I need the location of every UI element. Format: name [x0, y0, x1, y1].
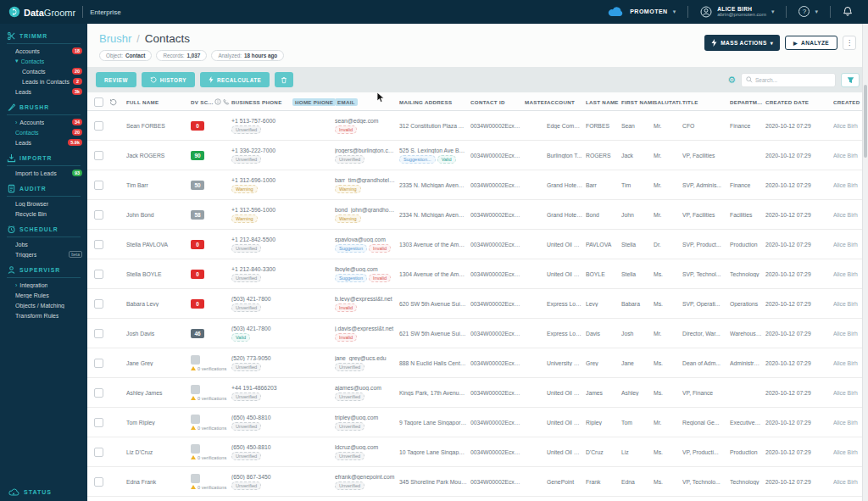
sidebar-item-leads[interactable]: Leads5.9k — [0, 137, 87, 148]
value-text: barr_tim@grandhotels... — [335, 177, 396, 183]
table-row[interactable]: Ashley James0 verifications+44 191-48662… — [87, 378, 868, 408]
table-row[interactable]: Tim Barr50+1 312-696-1000Warningbarr_tim… — [87, 170, 868, 200]
table-row[interactable]: Josh Davis46(503) 421-7800Validj.davis@e… — [87, 319, 868, 348]
column-header-master[interactable]: MASTER R... — [525, 99, 547, 105]
cell-last-name: Grey — [586, 360, 621, 366]
sidebar-item-import-to-leads[interactable]: Import to Leads93 — [0, 168, 87, 178]
sidebar-item-contacts[interactable]: Contacts20 — [0, 127, 87, 137]
dv-score-empty — [191, 415, 200, 424]
chevron-down-icon[interactable]: ▾ — [673, 8, 676, 15]
column-header-account[interactable]: ACCOUNT — [547, 99, 586, 105]
user-menu[interactable]: ALICE BIRH abrin@promoten.com — [717, 6, 766, 19]
sidebar-item-accounts[interactable]: Accounts18 — [0, 46, 87, 56]
more-options-button[interactable]: ⋮ — [843, 36, 856, 50]
sidebar-item-objects-matching[interactable]: Objects / Matching — [0, 300, 87, 310]
sidebar-item-contacts[interactable]: ▾Contacts — [0, 56, 87, 66]
column-header-created_date[interactable]: CREATED DATE — [765, 99, 833, 105]
gear-icon[interactable]: ⚙ — [727, 75, 736, 85]
sidebar-section-header-auditr[interactable]: AUDITR — [0, 181, 87, 195]
sidebar-item-leads[interactable]: Leads3k — [0, 86, 87, 97]
row-checkbox[interactable] — [94, 210, 103, 220]
delete-button[interactable] — [275, 72, 293, 87]
sidebar-item-triggers[interactable]: Triggersbeta — [0, 249, 87, 259]
row-checkbox[interactable] — [94, 299, 103, 309]
column-header-home_phone[interactable]: HOME PHONE — [292, 98, 335, 106]
sidebar-item-transform-rules[interactable]: Transform Rules — [0, 310, 87, 320]
column-header-first_name[interactable]: FIRST NAME — [621, 99, 654, 105]
sidebar-item-accounts[interactable]: ›Accounts34 — [0, 117, 87, 127]
row-checkbox[interactable] — [94, 418, 103, 427]
bell-icon[interactable] — [843, 6, 853, 17]
select-all-checkbox[interactable] — [94, 97, 103, 107]
column-header-contact_id[interactable]: CONTACT ID — [470, 99, 525, 105]
vertical-scrollbar[interactable] — [862, 24, 868, 501]
column-header-mailing_address[interactable]: MAILING ADDRESS — [399, 99, 470, 105]
table-row[interactable]: Jane Grey0 verifications(520) 773-9050Un… — [87, 348, 868, 378]
sidebar-section-header-importr[interactable]: IMPORTR — [0, 151, 87, 164]
table-row[interactable]: John Bond58+1 312-596-1000Warningbond_jo… — [87, 200, 868, 230]
sidebar-item-recycle-bin[interactable]: Recycle Bin — [0, 209, 87, 219]
table-row[interactable]: Stella PAVLOVA0+1 212-842-5500Unverified… — [87, 230, 868, 259]
column-header-title[interactable]: TITLE — [682, 99, 730, 105]
row-checkbox[interactable] — [94, 329, 103, 338]
sidebar-item-jobs[interactable]: Jobs — [0, 239, 87, 249]
search-input[interactable] — [755, 77, 831, 83]
column-header-history[interactable] — [109, 98, 126, 106]
column-header-last_name[interactable]: LAST NAME — [586, 99, 621, 105]
row-checkbox[interactable] — [94, 240, 103, 249]
sidebar-item-integration[interactable]: ›Integration — [0, 280, 87, 290]
chevron-down-icon[interactable]: ▾ — [771, 8, 775, 15]
column-header-full_name[interactable]: FULL NAME — [126, 99, 191, 105]
top-navbar: DataGroomr Enterprise PROMOTEN ▾ ALICE B… — [0, 0, 868, 24]
divider — [7, 196, 81, 197]
sidebar-section-header-trimmr[interactable]: TRIMMR — [0, 29, 87, 42]
help-icon[interactable]: ? — [798, 6, 810, 17]
row-checkbox[interactable] — [94, 270, 103, 279]
table-row[interactable]: Edna Frank0 verifications(650) 867-3450U… — [87, 467, 868, 497]
column-header-salutation[interactable]: SALUTATI... — [654, 99, 682, 105]
table-row[interactable]: Sean FORBES0+1 513-757-6000Unverifiedsea… — [87, 111, 868, 141]
value-text: 312 Constitution Plaza Austin, TX 780... — [399, 123, 467, 129]
row-checkbox[interactable] — [94, 448, 103, 457]
column-header-business_phone[interactable]: BUSINESS PHONE — [231, 99, 292, 105]
chevron-down-icon[interactable]: ▾ — [815, 8, 818, 15]
org-switcher[interactable]: PROMOTEN — [630, 8, 667, 14]
column-header-dv_score[interactable]: DV SC... — [191, 98, 231, 105]
scrollbar-thumb[interactable] — [864, 85, 867, 158]
table-row[interactable]: Stella BOYLE0+1 212-840-3300Unverifiedlb… — [87, 259, 868, 289]
sidebar-section-header-supervisr[interactable]: SUPERVISR — [0, 263, 87, 276]
recalculate-button[interactable]: RECALCULATE — [200, 72, 270, 87]
row-checkbox[interactable] — [94, 359, 103, 368]
sidebar-item-status[interactable]: STATUS — [0, 487, 87, 496]
row-checkbox[interactable] — [94, 181, 103, 190]
column-header-email[interactable]: EMAIL — [335, 98, 399, 106]
sidebar-item-log-browser[interactable]: Log Browser — [0, 198, 87, 209]
app-logo[interactable]: DataGroomr — [8, 4, 75, 19]
column-header-department[interactable]: DEPARTM... — [730, 99, 765, 105]
row-checkbox[interactable] — [94, 151, 103, 160]
table-row[interactable]: Tom Ripley0 verifications(650) 450-8810U… — [87, 408, 868, 437]
sidebar-section-header-schedulr[interactable]: SCHEDULR — [0, 222, 87, 236]
row-checkbox[interactable] — [94, 388, 103, 398]
value-text: 10 Tagore Lane Singapore, Singapore... — [399, 449, 467, 455]
sidebar-item-contacts[interactable]: Contacts20 — [0, 66, 87, 76]
filter-button[interactable] — [841, 73, 860, 87]
row-checkbox[interactable] — [94, 477, 103, 487]
table-row[interactable]: Jack ROGERS90+1 336-222-7000Unverifiedjr… — [87, 141, 868, 170]
analyze-button[interactable]: ▶ ANALYZE — [785, 36, 837, 50]
sidebar-item-leads-in-contacts[interactable]: Leads in Contacts2 — [0, 76, 87, 86]
breadcrumb-module[interactable]: Brushr — [99, 32, 131, 45]
history-button[interactable]: HISTORY — [142, 72, 195, 87]
row-checkbox[interactable] — [94, 121, 103, 131]
sidebar-section-header-brushr[interactable]: BRUSHR — [0, 100, 87, 114]
table-row[interactable]: Babara Levy0(503) 421-7800Unverifiedb.le… — [87, 289, 868, 319]
table-row[interactable]: Liz D'Cruz0 verifications(650) 450-8810U… — [87, 437, 868, 467]
sidebar-item-merge-rules[interactable]: Merge Rules — [0, 290, 87, 300]
review-button[interactable]: REVIEW — [96, 72, 136, 87]
column-label: SALUTATI... — [654, 99, 682, 105]
chevron-right-icon: › — [15, 120, 17, 125]
page-title: Contacts — [145, 32, 190, 45]
table-row[interactable]: Avi Green0 verifications(212) 842-5500ag… — [87, 497, 868, 501]
mass-actions-button[interactable]: MASS ACTIONS ▾ — [704, 35, 780, 51]
beta-tag: beta — [69, 251, 82, 258]
